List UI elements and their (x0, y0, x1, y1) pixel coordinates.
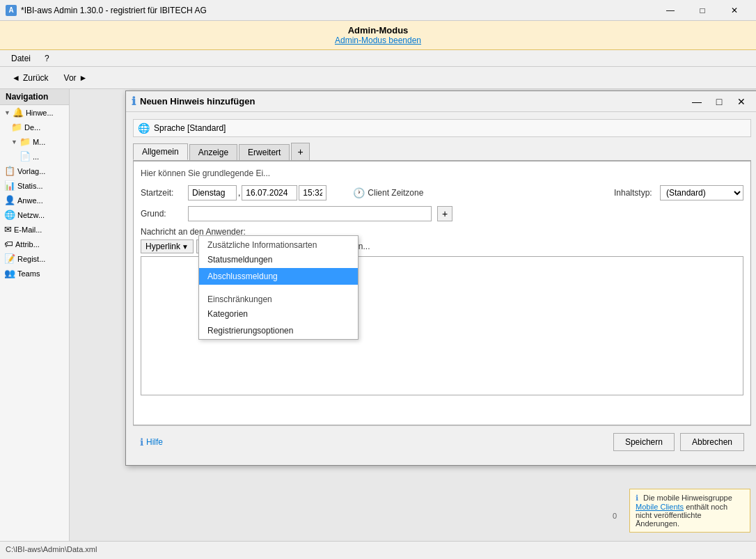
plus-button[interactable]: + (437, 206, 452, 221)
tab-erweitert[interactable]: Erweitert (239, 144, 290, 160)
globe-icon: 🌐 (138, 123, 150, 134)
anwender-icon: 👤 (4, 195, 15, 205)
dropdown-item-kategorien[interactable]: Kategorien (199, 306, 358, 322)
notification-icon: ℹ (636, 494, 638, 502)
sidebar-item-de[interactable]: 📁 De... (0, 120, 69, 134)
dropdown-divider (199, 285, 358, 290)
dialog-minimize-button[interactable]: — (686, 92, 708, 111)
sidebar-item-vorlagen[interactable]: 📋 Vorlag... (0, 164, 69, 178)
vorlagen-icon: 📋 (4, 166, 15, 176)
sidebar-item-statistik[interactable]: 📊 Statis... (0, 178, 69, 193)
dialog-controls: — □ ✕ (686, 92, 753, 111)
sidebar-label-teams: Teams (17, 269, 40, 278)
hyperlink-button[interactable]: Hyperlink ▼ (141, 239, 194, 253)
maximize-button[interactable]: □ (686, 0, 718, 21)
forward-button[interactable]: Vor ► (58, 70, 94, 86)
grund-input[interactable] (188, 206, 432, 221)
grund-row: Grund: + (141, 206, 743, 221)
title-bar: A *IBI-aws Admin 1.30.0 - registriert fü… (0, 0, 756, 21)
add-tab-button[interactable]: + (291, 143, 309, 160)
tab-anzeige[interactable]: Anzeige (189, 144, 237, 160)
sidebar-item-anwender[interactable]: 👤 Anwe... (0, 193, 69, 207)
datetime-group: , (188, 185, 326, 200)
inhaltstyp-label: Inhaltstyp: (614, 188, 656, 198)
dropdown-section-einschraenkungen: Einschränkungen (199, 290, 358, 306)
m-icon: 📁 (19, 136, 31, 147)
datetime-date-input[interactable] (242, 185, 297, 200)
admin-mode-link[interactable]: Admin-Modus beenden (4, 36, 752, 45)
expand-arrow-icon: ▼ (4, 109, 10, 116)
dialog-footer: ℹ Hilfe Speichern Abbrechen (133, 425, 751, 458)
main-layout: Navigation ▼ 🔔 Hinwe... 📁 De... ▼ 📁 M...… (0, 89, 756, 541)
minimize-button[interactable]: — (654, 0, 686, 21)
sidebar-label-vorlagen: Vorlag... (17, 167, 45, 175)
notification-link-prefix: Die mobile Hinweisgruppe (643, 494, 732, 502)
sidebar-label-netzwerk: Netzw... (17, 211, 45, 219)
datetime-day-input[interactable] (188, 185, 237, 200)
menu-item-datei[interactable]: Datei (6, 52, 36, 65)
sidebar-item-email[interactable]: ✉ E-Mail... (0, 222, 69, 237)
language-text: Sprache [Standard] (154, 123, 226, 133)
close-button[interactable]: ✕ (718, 0, 750, 21)
item-count: 0 (613, 512, 617, 520)
statistik-icon: 📊 (4, 180, 15, 191)
sidebar-label-anwender: Anwe... (17, 196, 43, 205)
status-path: C:\IBI-aws\Admin\Data.xml (6, 545, 97, 553)
sidebar-item-teams[interactable]: 👥 Teams (0, 266, 69, 281)
toolbar: ◄ Zurück Vor ► (0, 67, 756, 89)
dropdown-item-statusmeldungen[interactable]: Statusmeldungen (199, 251, 358, 268)
abbrechen-button[interactable]: Abbrechen (680, 433, 744, 451)
nav-header: Navigation (0, 89, 69, 105)
title-bar-controls: — □ ✕ (654, 0, 750, 21)
dialog-title-text: Neuen Hinweis hinzufügen (140, 96, 255, 107)
teams-icon: 👥 (4, 268, 15, 278)
registrierung-icon: 📝 (4, 253, 15, 264)
hyperlink-label: Hyperlink (145, 242, 180, 251)
speichern-button[interactable]: Speichern (613, 433, 675, 451)
attribute-icon: 🏷 (4, 239, 13, 249)
tab-allgemein[interactable]: Allgemein (133, 143, 188, 160)
title-bar-text: *IBI-aws Admin 1.30.0 - registriert für … (21, 6, 207, 15)
sidebar-label-m: M... (33, 138, 45, 146)
sidebar-item-sub[interactable]: 📄 ... (0, 149, 69, 164)
sidebar-item-hinweise[interactable]: ▼ 🔔 Hinwe... (0, 105, 69, 120)
client-timezone-label: Client Zeitzone (368, 188, 423, 198)
hyperlink-dropdown-icon: ▼ (182, 243, 189, 251)
notifications-panel: ℹ Die mobile Hinweisgruppe Mobile Client… (624, 483, 756, 541)
dialog-maximize-button[interactable]: □ (708, 92, 730, 111)
back-button[interactable]: ◄ Zurück (6, 70, 55, 86)
content-area: ℹ Neuen Hinweis hinzufügen — □ ✕ 🌐 Sprac… (70, 89, 756, 541)
sidebar-item-registrierung[interactable]: 📝 Regist... (0, 251, 69, 266)
back-arrow-icon: ◄ (12, 73, 20, 83)
menu-item-help[interactable]: ? (39, 52, 55, 65)
de-icon: 📁 (11, 122, 22, 132)
forward-label: Vor (64, 73, 77, 83)
mobile-clients-link[interactable]: Mobile Clients (636, 503, 684, 511)
dropdown-section-additional: Zusätzliche Informationsarten (199, 236, 358, 251)
sidebar-item-netzwerk[interactable]: 🌐 Netzw... (0, 207, 69, 222)
menu-bar: Datei ? (0, 50, 756, 67)
m-expand-icon: ▼ (11, 139, 17, 145)
timezone-icon: 🕐 (353, 187, 365, 198)
language-bar[interactable]: 🌐 Sprache [Standard] (133, 119, 751, 137)
sidebar-label-registrierung: Regist... (17, 255, 45, 263)
sidebar-item-attribute[interactable]: 🏷 Attrib... (0, 237, 69, 251)
inhaltstyp-select[interactable]: (Standard) (660, 185, 743, 200)
netzwerk-icon: 🌐 (4, 210, 15, 220)
hilfe-label[interactable]: Hilfe (146, 437, 163, 447)
grund-label: Grund: (141, 209, 182, 219)
sidebar-label-de: De... (24, 123, 40, 132)
sidebar-item-m[interactable]: ▼ 📁 M... (0, 134, 69, 149)
dropdown-menu: Zusätzliche Informationsarten Statusmeld… (198, 235, 359, 340)
dropdown-item-registrierungsoptionen[interactable]: Registrierungsoptionen (199, 322, 358, 339)
forward-arrow-icon: ► (79, 73, 88, 83)
admin-banner: Admin-Modus Admin-Modus beenden (0, 21, 756, 50)
datetime-time-input[interactable] (299, 185, 326, 200)
dropdown-item-abschlussmeldung[interactable]: Abschlussmeldung (199, 268, 358, 285)
dialog-close-button[interactable]: ✕ (730, 92, 753, 111)
sidebar-label-email: E-Mail... (14, 226, 42, 234)
hinweise-icon: 🔔 (13, 107, 24, 118)
dialog-title-left: ℹ Neuen Hinweis hinzufügen (132, 95, 255, 108)
startzeit-label: Startzeit: (141, 188, 182, 198)
sidebar-label-attribute: Attrib... (15, 240, 40, 249)
